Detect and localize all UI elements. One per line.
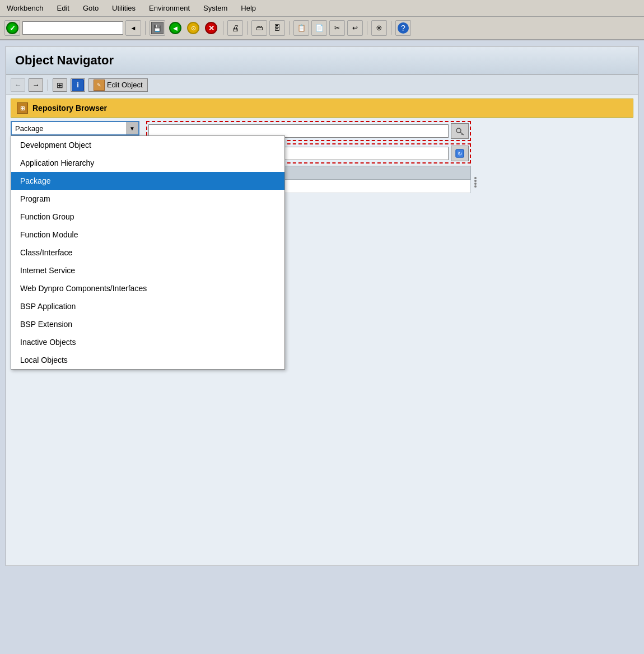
redo-icon: ↩	[352, 24, 358, 32]
dropdown-option-program[interactable]: Program	[11, 190, 284, 208]
dropdown-option-bsp-application[interactable]: BSP Application	[11, 297, 284, 315]
main-toolbar: ✓ ◄ 💾 ◄ ⊙ ✕ 🖨 �	[0, 17, 644, 40]
save2-icon: 🗃	[256, 24, 263, 32]
back-arrow-button[interactable]: ◄	[125, 20, 141, 36]
dropdown-select[interactable]: Package	[11, 121, 139, 136]
menu-workbench[interactable]: Workbench	[4, 3, 46, 13]
redo-button[interactable]: ↩	[347, 20, 363, 36]
dropdown-arrow-button[interactable]: ▼	[126, 121, 139, 136]
dropdown-option-function-group[interactable]: Function Group	[11, 208, 284, 226]
dropdown-option-class-interface[interactable]: Class/Interface	[11, 244, 284, 261]
refresh-button[interactable]: ↻	[451, 146, 469, 161]
checkmark-button[interactable]: ✓	[4, 20, 20, 36]
nav-forward-icon: →	[32, 81, 40, 89]
menu-environment[interactable]: Environment	[147, 3, 192, 13]
dropdown-option-bsp-extension[interactable]: BSP Extension	[11, 315, 284, 333]
svg-text:↻: ↻	[458, 151, 462, 157]
nav-forward-button[interactable]: →	[29, 78, 43, 92]
repo-browser-label: Repository Browser	[32, 104, 107, 113]
print-icon: 🖨	[231, 24, 239, 32]
dropdown-option-local-objects[interactable]: Local Objects	[11, 351, 284, 369]
navigator-title: Object Navigator	[6, 46, 638, 75]
edit-object-button[interactable]: ✎ Edit Object	[88, 78, 148, 92]
help-button[interactable]: ?	[395, 20, 411, 36]
dropdown-option-internet-service[interactable]: Internet Service	[11, 261, 284, 279]
scrollbar-dots	[474, 177, 477, 188]
print-button[interactable]: 🖨	[227, 20, 243, 36]
command-input[interactable]	[22, 21, 123, 35]
red-x-button[interactable]: ✕	[203, 20, 219, 36]
nav-content: Package ▼ Development Object Application…	[6, 118, 638, 566]
menu-bar: Workbench Edit Goto Utilities Environmen…	[0, 0, 644, 17]
save-button[interactable]: 💾	[150, 20, 165, 36]
paste-button[interactable]: 📄	[311, 20, 327, 36]
nav-info-button[interactable]: i	[71, 78, 85, 92]
back-arrow-icon: ◄	[130, 25, 137, 31]
edit-object-label: Edit Object	[107, 81, 143, 89]
toolbar-separator-1	[145, 21, 146, 35]
yellow-circle-button[interactable]: ⊙	[185, 20, 201, 36]
save-icon: 💾	[151, 22, 164, 34]
dropdown-selected-value: Package	[15, 124, 135, 133]
toolbar-separator-5	[367, 21, 367, 35]
menu-edit[interactable]: Edit	[55, 3, 72, 13]
checkmark-icon: ✓	[6, 22, 18, 34]
dropdown-option-inactive-objects[interactable]: Inactive Objects	[11, 333, 284, 351]
cut-icon: ✂	[334, 24, 340, 32]
navigator-panel: Object Navigator ← → ⊞ i	[6, 46, 638, 566]
svg-point-0	[456, 128, 461, 133]
help-icon: ?	[398, 22, 409, 34]
grid-button[interactable]: ✳	[371, 20, 387, 36]
menu-system[interactable]: System	[201, 3, 230, 13]
navigator-title-text: Object Navigator	[15, 53, 114, 67]
yellow-circle-icon: ⊙	[187, 22, 199, 34]
menu-help[interactable]: Help	[239, 3, 258, 13]
search-keys-button[interactable]	[451, 123, 469, 139]
repo-browser-icon: ⊞	[17, 102, 28, 114]
menu-utilities[interactable]: Utilities	[110, 3, 138, 13]
nav-table-button[interactable]: ⊞	[53, 78, 67, 92]
dropdown-container: Package ▼ Development Object Application…	[11, 121, 139, 136]
dropdown-option-package[interactable]: Package	[11, 172, 284, 190]
save2-button[interactable]: 🗃	[251, 20, 267, 36]
multi-save-button[interactable]: 🗄	[269, 20, 285, 36]
toolbar-separator-3	[247, 21, 248, 35]
dropdown-option-web-dynpro[interactable]: Web Dynpro Components/Interfaces	[11, 279, 284, 297]
menu-goto[interactable]: Goto	[81, 3, 101, 13]
cut-button[interactable]: ✂	[329, 20, 345, 36]
copy-button[interactable]: 📋	[293, 20, 309, 36]
repo-browser-bar: ⊞ Repository Browser	[11, 99, 633, 118]
nav-table-icon: ⊞	[57, 81, 63, 90]
nav-toolbar-sep-1	[48, 80, 48, 91]
dropdown-list: Development Object Application Hierarchy…	[11, 136, 285, 370]
edit-object-icon: ✎	[94, 80, 105, 91]
main-area: Object Navigator ← → ⊞ i	[0, 40, 644, 572]
green-back-button[interactable]: ◄	[167, 20, 183, 36]
refresh-icon: ↻	[455, 148, 465, 158]
multi-save-icon: 🗄	[274, 24, 281, 32]
toolbar-separator-6	[391, 21, 391, 35]
green-back-icon: ◄	[169, 22, 181, 34]
keys-icon	[455, 126, 465, 136]
nav-info-icon: i	[72, 79, 84, 91]
toolbar-separator-4	[289, 21, 290, 35]
nav-back-button[interactable]: ←	[11, 78, 25, 92]
dropdown-option-development-object[interactable]: Development Object	[11, 136, 284, 154]
nav-back-icon: ←	[15, 81, 22, 89]
dropdown-option-application-hierarchy[interactable]: Application Hierarchy	[11, 154, 284, 172]
copy-icon: 📋	[297, 24, 306, 32]
grid-icon: ✳	[376, 24, 382, 32]
dropdown-option-function-module[interactable]: Function Module	[11, 226, 284, 244]
paste-icon: 📄	[315, 24, 324, 32]
nav-toolbar: ← → ⊞ i ✎ Edit Object	[6, 75, 638, 95]
toolbar-separator-2	[223, 21, 223, 35]
red-x-icon: ✕	[205, 22, 217, 34]
